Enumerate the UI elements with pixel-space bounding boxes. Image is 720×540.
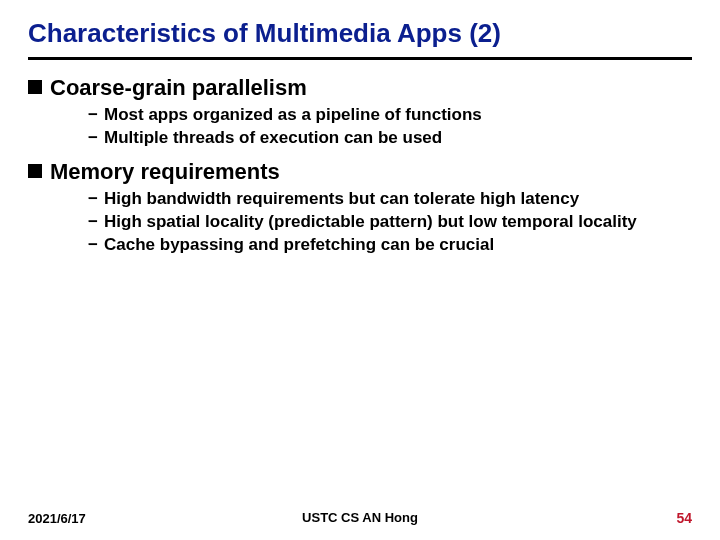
sub-item: Multiple threads of execution can be use…	[50, 127, 692, 148]
sub-item: Most apps organized as a pipeline of fun…	[50, 104, 692, 125]
sub-list: High bandwidth requirements but can tole…	[50, 188, 692, 256]
bullet-list: Coarse-grain parallelism Most apps organ…	[28, 74, 692, 255]
footer-center: USTC CS AN Hong	[302, 510, 418, 525]
bullet-item: Memory requirements High bandwidth requi…	[28, 158, 692, 255]
title-rule	[28, 57, 692, 60]
sub-item: High spatial locality (predictable patte…	[50, 211, 692, 232]
bullet-label: Coarse-grain parallelism	[50, 75, 307, 100]
slide: Characteristics of Multimedia Apps (2) C…	[0, 0, 720, 540]
sub-item: Cache bypassing and prefetching can be c…	[50, 234, 692, 255]
sub-list: Most apps organized as a pipeline of fun…	[50, 104, 692, 149]
page-title: Characteristics of Multimedia Apps (2)	[28, 18, 692, 49]
footer-date: 2021/6/17	[28, 511, 86, 526]
footer: 2021/6/17 USTC CS AN Hong 54	[0, 510, 720, 526]
bullet-label: Memory requirements	[50, 159, 280, 184]
bullet-item: Coarse-grain parallelism Most apps organ…	[28, 74, 692, 148]
footer-page-number: 54	[676, 510, 692, 526]
sub-item: High bandwidth requirements but can tole…	[50, 188, 692, 209]
